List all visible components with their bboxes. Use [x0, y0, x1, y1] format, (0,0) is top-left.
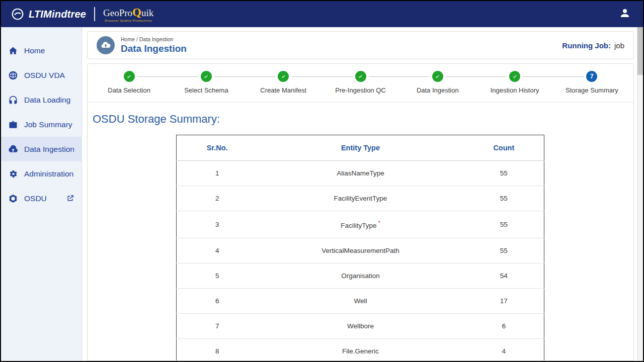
cell-entity-type: AliasNameType: [258, 161, 463, 186]
cell-count: 55: [463, 238, 544, 263]
cell-entity-type: FacilityEventType: [258, 186, 463, 211]
cell-sr-no: 6: [177, 288, 258, 313]
table-row: 7Wellbore6: [177, 313, 544, 338]
scrollbar-thumb[interactable]: [637, 27, 643, 75]
admin-icon: [8, 169, 18, 179]
ltimindtree-logo[interactable]: LTIMindtree: [11, 8, 86, 21]
sidebar-item-data-loading[interactable]: Data Loading: [1, 87, 82, 112]
cell-count: 54: [463, 263, 544, 288]
cell-entity-type: Organisation: [258, 263, 463, 288]
breadcrumb-card: Home / Data Ingestion Data Ingestion Run…: [87, 31, 634, 59]
column-header-sr-no: Sr.No.: [177, 135, 258, 161]
content-card: Data SelectionSelect SchemaCreate Manife…: [87, 63, 634, 361]
step-number-badge: 7: [586, 71, 597, 82]
body-row: HomeOSDU VDAData LoadingJob SummaryData …: [1, 27, 643, 361]
cloud-upload-icon: [8, 144, 18, 154]
table-row: 5Organisation54: [177, 263, 544, 288]
top-header: LTIMindtree GeoProQuik Discover Quality …: [1, 1, 643, 27]
table-row: 2FacilityEventType55: [177, 186, 544, 211]
main-area: Home / Data Ingestion Data Ingestion Run…: [82, 27, 643, 361]
cell-count: 55: [463, 211, 544, 238]
cell-sr-no: 5: [177, 263, 258, 288]
home-icon: [8, 46, 18, 56]
cell-entity-type: VerticalMeasurementPath: [258, 238, 463, 263]
sidebar-item-osdu[interactable]: OSDU: [1, 186, 82, 211]
storage-summary-table: Sr.No.Entity TypeCount 1AliasNameType552…: [176, 135, 544, 361]
table-row: 3FacilityType*55: [177, 211, 544, 238]
sidebar-item-administration[interactable]: Administration: [1, 161, 82, 186]
cloud-upload-badge-icon: [97, 36, 115, 54]
step-check-icon: [509, 71, 520, 82]
sidebar-item-home[interactable]: Home: [1, 38, 82, 63]
osdu-icon: [8, 194, 18, 204]
data-loading-icon: [8, 95, 18, 105]
sidebar-item-label: OSDU: [24, 194, 47, 203]
sidebar-item-label: Job Summary: [24, 120, 72, 129]
step-pre-ingestion-qc[interactable]: Pre-Ingestion QC: [322, 71, 399, 94]
cell-entity-type: Well: [258, 288, 463, 313]
step-label: Data Ingestion: [417, 86, 459, 94]
step-label: Create Manifest: [260, 86, 306, 94]
step-label: Pre-Ingestion QC: [335, 86, 385, 94]
sidebar-item-label: Data Ingestion: [24, 145, 74, 154]
cell-sr-no: 7: [177, 313, 258, 338]
cell-sr-no: 8: [177, 338, 258, 361]
step-label: Ingestion History: [491, 86, 539, 94]
cell-sr-no: 2: [177, 186, 258, 211]
sidebar-item-label: OSDU VDA: [24, 71, 65, 80]
cell-entity-type: FacilityType*: [258, 211, 463, 238]
cell-count: 17: [463, 288, 544, 313]
column-header-count: Count: [463, 135, 544, 161]
cell-sr-no: 1: [177, 161, 258, 186]
sidebar-item-data-ingestion[interactable]: Data Ingestion: [1, 137, 82, 161]
cell-count: 55: [463, 186, 544, 211]
external-link-icon: [66, 194, 74, 203]
step-create-manifest[interactable]: Create Manifest: [245, 71, 322, 94]
step-check-icon: [355, 71, 366, 82]
step-label: Select Schema: [184, 86, 228, 94]
step-storage-summary[interactable]: 7Storage Summary: [553, 71, 630, 94]
page-title: Data Ingestion: [121, 43, 187, 54]
app-window: LTIMindtree GeoProQuik Discover Quality …: [0, 0, 644, 362]
table-row: 1AliasNameType55: [177, 161, 544, 186]
running-job-label: Running Job:: [562, 41, 611, 50]
scrollbar[interactable]: [637, 27, 643, 361]
step-label: Data Selection: [108, 86, 150, 94]
sidebar-item-job-summary[interactable]: Job Summary: [1, 112, 82, 137]
cell-sr-no: 4: [177, 238, 258, 263]
ltimindtree-icon: [11, 8, 24, 21]
step-select-schema[interactable]: Select Schema: [168, 71, 245, 94]
geoproquik-logo[interactable]: GeoProQuik Discover Quality Productivity: [103, 7, 153, 22]
running-job-value: job: [614, 41, 624, 50]
sidebar-item-label: Administration: [24, 169, 73, 178]
sidebar-item-osdu-vda[interactable]: OSDU VDA: [1, 63, 82, 87]
step-data-selection[interactable]: Data Selection: [91, 71, 168, 94]
step-label: Storage Summary: [566, 86, 618, 94]
table-row: 4VerticalMeasurementPath55: [177, 238, 544, 263]
sidebar-item-label: Home: [24, 46, 45, 55]
breadcrumb[interactable]: Home / Data Ingestion: [121, 36, 187, 42]
table-row: 8File.Generic4: [177, 338, 544, 361]
table-header-row: Sr.No.Entity TypeCount: [177, 135, 544, 161]
running-job-status: Running Job:job: [562, 41, 624, 50]
product-name-q: Q: [132, 6, 141, 19]
step-check-icon: [124, 71, 135, 82]
product-name-prefix: GeoPro: [103, 8, 132, 18]
cell-count: 4: [463, 338, 544, 361]
product-name-suffix: uik: [141, 8, 153, 18]
required-asterisk: *: [378, 220, 380, 226]
step-data-ingestion[interactable]: Data Ingestion: [399, 71, 476, 94]
step-check-icon: [432, 71, 443, 82]
step-check-icon: [201, 71, 212, 82]
cell-entity-type: Wellbore: [258, 313, 463, 338]
user-account-icon[interactable]: [619, 7, 633, 21]
step-ingestion-history[interactable]: Ingestion History: [476, 71, 553, 94]
section-heading: OSDU Storage Summary:: [88, 103, 633, 126]
table-row: 6Well17: [177, 288, 544, 313]
cell-entity-type: File.Generic: [258, 338, 463, 361]
header-divider: [94, 7, 95, 21]
sidebar-item-label: Data Loading: [24, 96, 70, 105]
product-tagline: Discover Quality Productivity: [103, 19, 153, 22]
column-header-entity-type: Entity Type: [258, 135, 463, 161]
table-wrap: Sr.No.Entity TypeCount 1AliasNameType552…: [88, 135, 633, 361]
